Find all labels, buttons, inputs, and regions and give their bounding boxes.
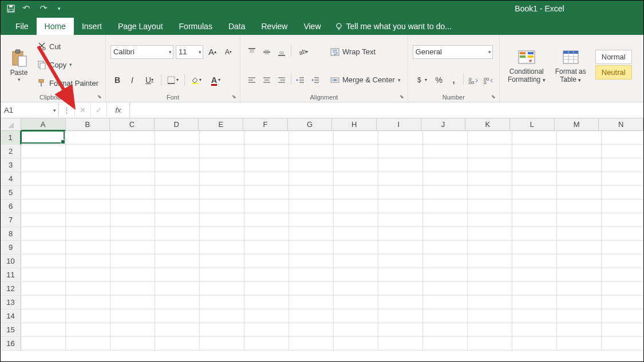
cells-area[interactable]: [21, 131, 644, 351]
percent-button[interactable]: %: [432, 73, 446, 87]
column-header[interactable]: M: [555, 118, 599, 131]
comma-button[interactable]: ,: [447, 73, 461, 87]
formula-expand-icon[interactable]: ⋮: [59, 102, 75, 118]
cell[interactable]: [21, 309, 66, 323]
cell[interactable]: [468, 323, 512, 337]
cell[interactable]: [289, 241, 334, 254]
row-header[interactable]: 6: [1, 200, 21, 213]
format-painter-button[interactable]: Format Painter: [35, 76, 101, 90]
cell[interactable]: [66, 213, 110, 227]
select-all-corner[interactable]: [1, 118, 21, 131]
column-header[interactable]: N: [599, 118, 643, 131]
cell[interactable]: [602, 323, 644, 337]
row-header[interactable]: 7: [1, 213, 21, 227]
cell[interactable]: [602, 186, 644, 200]
cell[interactable]: [557, 268, 602, 282]
cell[interactable]: [602, 158, 644, 172]
cell[interactable]: [557, 200, 602, 213]
cell[interactable]: [110, 254, 155, 268]
tab-home[interactable]: Home: [37, 18, 74, 35]
cell[interactable]: [512, 268, 557, 282]
cell[interactable]: [602, 172, 644, 186]
cell[interactable]: [289, 323, 334, 337]
cell[interactable]: [602, 309, 644, 323]
cell[interactable]: [244, 323, 289, 337]
cell[interactable]: [289, 145, 334, 158]
cell[interactable]: [512, 227, 557, 241]
column-header[interactable]: K: [465, 118, 510, 131]
tab-file[interactable]: File: [7, 18, 37, 35]
cell[interactable]: [512, 241, 557, 254]
cell[interactable]: [423, 309, 468, 323]
column-header[interactable]: B: [66, 118, 110, 131]
cell[interactable]: [602, 282, 644, 296]
cell[interactable]: [21, 268, 66, 282]
cell[interactable]: [21, 186, 66, 200]
format-as-table-button[interactable]: Format as Table ▾: [551, 46, 590, 83]
cell[interactable]: [423, 337, 468, 351]
qat-customize-icon[interactable]: ▾: [54, 4, 64, 13]
cell[interactable]: [557, 227, 602, 241]
cell[interactable]: [557, 254, 602, 268]
cell[interactable]: [512, 186, 557, 200]
cell[interactable]: [602, 268, 644, 282]
cell[interactable]: [468, 158, 512, 172]
cell[interactable]: [423, 200, 468, 213]
cell[interactable]: [468, 145, 512, 158]
cell[interactable]: [244, 254, 289, 268]
cell[interactable]: [378, 186, 423, 200]
cell[interactable]: [557, 337, 602, 351]
cell[interactable]: [423, 296, 468, 309]
cell[interactable]: [21, 323, 66, 337]
underline-button[interactable]: U ▾: [140, 73, 159, 87]
tell-me-search[interactable]: Tell me what you want to do...: [329, 18, 457, 35]
cell[interactable]: [334, 131, 378, 145]
cell[interactable]: [244, 241, 289, 254]
redo-icon[interactable]: [38, 4, 48, 13]
cell[interactable]: [110, 213, 155, 227]
cell[interactable]: [423, 158, 468, 172]
alignment-dialog-launcher[interactable]: ⬊: [400, 94, 406, 101]
cell[interactable]: [21, 282, 66, 296]
cell[interactable]: [244, 200, 289, 213]
cell[interactable]: [289, 337, 334, 351]
cell[interactable]: [512, 213, 557, 227]
cell[interactable]: [602, 337, 644, 351]
cell[interactable]: [155, 145, 200, 158]
cell[interactable]: [557, 296, 602, 309]
wrap-text-button[interactable]: Wrap Text: [328, 45, 403, 59]
cell[interactable]: [200, 241, 244, 254]
cell[interactable]: [66, 268, 110, 282]
font-color-button[interactable]: A ▾: [207, 73, 225, 87]
row-header[interactable]: 12: [1, 282, 21, 296]
cell[interactable]: [423, 268, 468, 282]
cell[interactable]: [512, 145, 557, 158]
paste-button[interactable]: Paste ▾: [5, 37, 33, 92]
cell[interactable]: [602, 227, 644, 241]
tab-view[interactable]: View: [295, 18, 329, 35]
cell[interactable]: [512, 254, 557, 268]
cell[interactable]: [244, 213, 289, 227]
cell[interactable]: [602, 241, 644, 254]
cell[interactable]: [378, 337, 423, 351]
cell[interactable]: [378, 296, 423, 309]
cell[interactable]: [200, 309, 244, 323]
column-header[interactable]: A: [21, 118, 66, 131]
cell[interactable]: [468, 337, 512, 351]
cell[interactable]: [21, 213, 66, 227]
cancel-formula-icon[interactable]: ✕: [75, 102, 91, 118]
cell[interactable]: [512, 131, 557, 145]
fill-color-button[interactable]: ▾: [187, 73, 206, 87]
cell[interactable]: [200, 158, 244, 172]
cell[interactable]: [66, 309, 110, 323]
cell[interactable]: [334, 337, 378, 351]
font-name-combo[interactable]: Calibri▾: [110, 45, 173, 59]
cell[interactable]: [289, 268, 334, 282]
align-top-icon[interactable]: [245, 45, 259, 59]
cell[interactable]: [289, 186, 334, 200]
row-header[interactable]: 9: [1, 241, 21, 254]
cell[interactable]: [468, 227, 512, 241]
cell[interactable]: [334, 323, 378, 337]
cell[interactable]: [155, 337, 200, 351]
cell[interactable]: [155, 254, 200, 268]
